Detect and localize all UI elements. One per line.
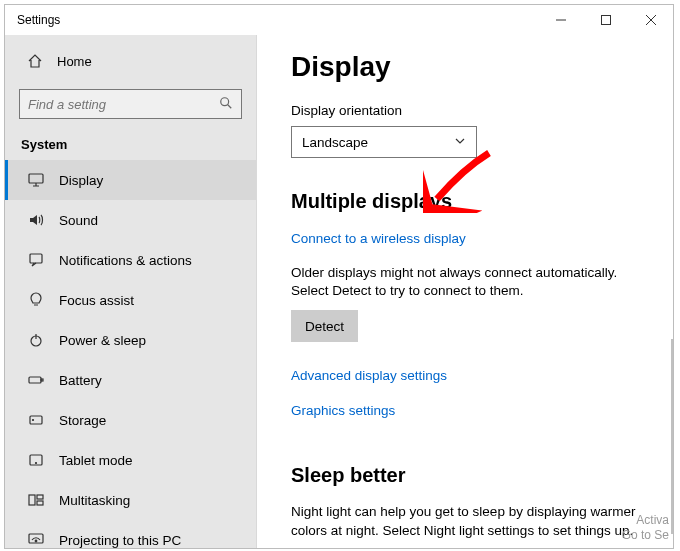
sidebar-item-label: Notifications & actions: [59, 253, 192, 268]
sidebar-item-label: Focus assist: [59, 293, 134, 308]
power-icon: [27, 332, 45, 348]
sidebar-item-storage[interactable]: Storage: [5, 400, 256, 440]
chevron-down-icon: [454, 135, 466, 150]
sidebar-item-label: Sound: [59, 213, 98, 228]
page-title: Display: [291, 51, 639, 83]
close-button[interactable]: [628, 5, 673, 35]
sidebar: Home System DisplaySoundNotifications & …: [5, 35, 257, 548]
sleep-better-heading: Sleep better: [291, 464, 639, 487]
svg-rect-0: [601, 16, 610, 25]
search-input[interactable]: [19, 89, 242, 119]
titlebar: Settings: [5, 5, 673, 35]
focus-icon: [27, 292, 45, 308]
scrollbar[interactable]: [671, 339, 673, 534]
multitask-icon: [27, 492, 45, 508]
svg-rect-13: [37, 501, 43, 505]
search-field[interactable]: [28, 97, 219, 112]
svg-point-15: [35, 540, 37, 542]
graphics-settings-link[interactable]: Graphics settings: [291, 403, 395, 418]
sound-icon: [27, 212, 45, 228]
svg-rect-12: [37, 495, 43, 499]
sidebar-item-battery[interactable]: Battery: [5, 360, 256, 400]
project-icon: [27, 532, 45, 548]
sidebar-item-focus[interactable]: Focus assist: [5, 280, 256, 320]
orientation-value: Landscape: [302, 135, 368, 150]
svg-rect-5: [29, 377, 41, 383]
orientation-label: Display orientation: [291, 103, 639, 118]
svg-point-1: [221, 97, 229, 105]
battery-icon: [27, 372, 45, 388]
search-icon: [219, 96, 233, 113]
multiple-displays-heading: Multiple displays: [291, 190, 639, 213]
sidebar-item-power[interactable]: Power & sleep: [5, 320, 256, 360]
content-pane: Display Display orientation Landscape Mu…: [257, 35, 673, 548]
sidebar-item-notifications[interactable]: Notifications & actions: [5, 240, 256, 280]
sidebar-item-sound[interactable]: Sound: [5, 200, 256, 240]
home-button[interactable]: Home: [5, 43, 256, 79]
detect-button[interactable]: Detect: [291, 310, 358, 342]
svg-rect-6: [41, 379, 43, 381]
maximize-button[interactable]: [583, 5, 628, 35]
sidebar-item-project[interactable]: Projecting to this PC: [5, 520, 256, 548]
home-icon: [27, 53, 43, 69]
home-label: Home: [57, 54, 92, 69]
sidebar-item-label: Storage: [59, 413, 106, 428]
storage-icon: [27, 412, 45, 428]
svg-rect-3: [30, 254, 42, 263]
display-icon: [27, 172, 45, 188]
connect-wireless-link[interactable]: Connect to a wireless display: [291, 231, 466, 246]
tablet-icon: [27, 452, 45, 468]
sleep-description: Night light can help you get to sleep by…: [291, 503, 639, 539]
orientation-dropdown[interactable]: Landscape: [291, 126, 477, 158]
sidebar-item-label: Multitasking: [59, 493, 130, 508]
svg-rect-2: [29, 174, 43, 183]
sidebar-item-label: Tablet mode: [59, 453, 133, 468]
sidebar-item-label: Projecting to this PC: [59, 533, 181, 548]
svg-point-10: [36, 463, 37, 464]
detect-description: Older displays might not always connect …: [291, 264, 639, 300]
sidebar-item-display[interactable]: Display: [5, 160, 256, 200]
sidebar-item-multitask[interactable]: Multitasking: [5, 480, 256, 520]
window-title: Settings: [17, 13, 60, 27]
svg-rect-7: [30, 416, 42, 424]
minimize-button[interactable]: [538, 5, 583, 35]
advanced-settings-link[interactable]: Advanced display settings: [291, 368, 447, 383]
category-label: System: [5, 127, 256, 160]
svg-rect-11: [29, 495, 35, 505]
sidebar-item-label: Power & sleep: [59, 333, 146, 348]
activation-watermark: Activa Go to Se: [622, 513, 669, 542]
sidebar-item-label: Battery: [59, 373, 102, 388]
svg-point-8: [33, 420, 34, 421]
notifications-icon: [27, 252, 45, 268]
sidebar-item-label: Display: [59, 173, 103, 188]
sidebar-item-tablet[interactable]: Tablet mode: [5, 440, 256, 480]
